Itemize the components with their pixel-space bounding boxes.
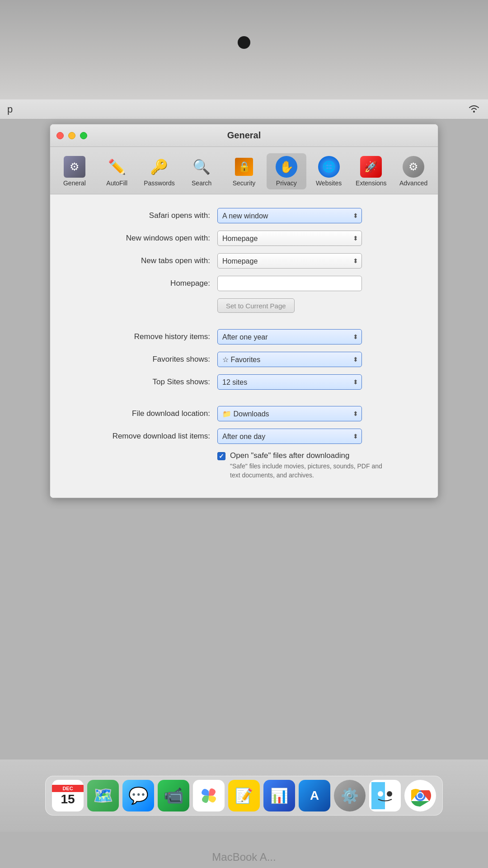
svg-point-4 [378,791,383,797]
new-windows-select[interactable]: Homepage Empty Page Same Page [217,231,362,246]
dock-item-sysprefs[interactable]: ⚙️ [334,780,366,811]
open-safe-files-row: Open "safe" files after downloading "Saf… [217,451,415,480]
toolbar-label-websites: Websites [316,179,342,187]
new-tabs-select-wrap: Homepage Empty Page [217,253,362,269]
websites-icon: 🌐 [318,156,340,178]
safari-opens-with-row: Safari opens with: A new window A new ta… [73,208,415,223]
remove-history-select[interactable]: After one year After one day After one w… [217,329,362,344]
new-tabs-control: Homepage Empty Page [217,253,415,269]
remove-history-select-wrap: After one year After one day After one w… [217,329,362,344]
toolbar-item-passwords[interactable]: 🔑 Passwords [140,153,179,189]
favorites-shows-row: Favorites shows: ☆ Favorites Bookmarks B… [73,352,415,367]
remove-download-select-wrap: After one day Upon successful download M… [217,429,362,444]
dock-item-maps[interactable]: 🗺️ [87,780,119,811]
safari-opens-with-control: A new window A new tab A private window [217,208,415,223]
toolbar-item-autofill[interactable]: ✏️ AutoFill [97,153,137,189]
maximize-button[interactable] [80,132,87,139]
autofill-icon: ✏️ [106,156,128,178]
toolbar-label-passwords: Passwords [144,179,174,187]
dock-item-finder[interactable] [369,780,401,811]
toolbar-label-search: Search [192,179,211,187]
window-title: General [227,130,261,141]
toolbar: ⚙ General ✏️ AutoFill 🔑 Passwords [50,147,438,194]
camera-dot [238,36,250,49]
file-download-control: 📁 Downloads Desktop Other... [217,406,415,421]
remove-download-label: Remove download list items: [73,432,217,441]
separator-1 [73,320,415,329]
wifi-icon [467,103,481,116]
toolbar-item-search[interactable]: 🔍 Search [182,153,221,189]
toolbar-item-general[interactable]: ⚙ General [55,153,94,189]
safari-opens-with-select-wrap: A new window A new tab A private window [217,208,362,223]
remove-download-select[interactable]: After one day Upon successful download M… [217,429,362,444]
new-windows-row: New windows open with: Homepage Empty Pa… [73,231,415,246]
remove-download-row: Remove download list items: After one da… [73,429,415,444]
remove-history-label: Remove history items: [73,332,217,341]
svg-point-0 [473,111,475,113]
advanced-icon: ⚙ [403,156,424,178]
general-icon: ⚙ [64,156,85,178]
new-tabs-select[interactable]: Homepage Empty Page [217,253,362,269]
minimize-button[interactable] [68,132,75,139]
top-sites-select[interactable]: 12 sites 6 sites 24 sites [217,374,362,390]
dock-item-keynote[interactable]: 📊 [263,780,295,811]
dock-item-calendar[interactable]: DEC 15 [52,780,84,811]
svg-point-5 [387,791,392,797]
main-wrapper: p General [0,0,488,868]
open-safe-files-text: Open "safe" files after downloading "Saf… [230,451,393,480]
remove-history-row: Remove history items: After one year Aft… [73,329,415,344]
dock: DEC 15 🗺️ 💬 📹 [45,776,443,816]
menu-bar-left-text: p [7,104,13,115]
dock-item-messages[interactable]: 💬 [122,780,154,811]
toolbar-item-websites[interactable]: 🌐 Websites [309,153,349,189]
file-download-select[interactable]: 📁 Downloads Desktop Other... [217,406,362,421]
set-current-page-row: Set to Current Page [73,298,415,313]
top-sites-row: Top Sites shows: 12 sites 6 sites 24 sit… [73,374,415,390]
top-sites-label: Top Sites shows: [73,377,217,387]
extensions-icon: 🚀 [360,156,382,178]
top-sites-control: 12 sites 6 sites 24 sites [217,374,415,390]
toolbar-item-extensions[interactable]: 🚀 Extensions [351,153,391,189]
close-button[interactable] [56,132,64,139]
title-bar: General [50,124,438,147]
window-controls[interactable] [56,132,87,139]
file-download-row: File download location: 📁 Downloads Desk… [73,406,415,421]
toolbar-label-security: Security [233,179,256,187]
separator-2 [73,397,415,406]
new-tabs-row: New tabs open with: Homepage Empty Page [73,253,415,269]
favorites-shows-label: Favorites shows: [73,355,217,364]
homepage-label: Homepage: [73,279,217,288]
set-current-page-control: Set to Current Page [217,298,415,313]
privacy-icon: ✋ [276,156,297,178]
toolbar-item-advanced[interactable]: ⚙ Advanced [394,153,433,189]
favorites-shows-select[interactable]: ☆ Favorites Bookmarks Bar Reading List [217,352,362,367]
new-windows-select-wrap: Homepage Empty Page Same Page [217,231,362,246]
open-safe-files-sub-label: "Safe" files include movies, pictures, s… [230,462,393,480]
dock-item-facetime[interactable]: 📹 [158,780,189,811]
homepage-row: Homepage: [73,276,415,291]
dock-item-chrome[interactable] [404,780,436,811]
toolbar-label-advanced: Advanced [399,179,427,187]
homepage-input[interactable] [217,276,362,291]
toolbar-item-privacy[interactable]: ✋ Privacy [267,153,306,189]
safari-opens-with-select[interactable]: A new window A new tab A private window [217,208,362,223]
open-safe-files-checkbox[interactable] [217,452,225,460]
dock-item-appstore[interactable]: A [299,780,330,811]
file-download-label: File download location: [73,409,217,418]
file-download-select-wrap: 📁 Downloads Desktop Other... [217,406,362,421]
remove-download-control: After one day Upon successful download M… [217,429,415,444]
safari-opens-with-label: Safari opens with: [73,211,217,220]
favorites-shows-select-wrap: ☆ Favorites Bookmarks Bar Reading List [217,352,362,367]
preferences-window: General ⚙ General ✏️ AutoFill [50,124,438,498]
passwords-icon: 🔑 [148,156,170,178]
toolbar-label-general: General [63,179,86,187]
dock-item-photos[interactable] [193,780,225,811]
set-current-page-button[interactable]: Set to Current Page [217,298,295,313]
below-window-area [0,498,488,625]
remove-history-control: After one year After one day After one w… [217,329,415,344]
search-icon: 🔍 [191,156,212,178]
favorites-shows-control: ☆ Favorites Bookmarks Bar Reading List [217,352,415,367]
dock-item-notes[interactable]: 📝 [228,780,260,811]
toolbar-item-security[interactable]: 🔒 Security [224,153,264,189]
new-windows-control: Homepage Empty Page Same Page [217,231,415,246]
